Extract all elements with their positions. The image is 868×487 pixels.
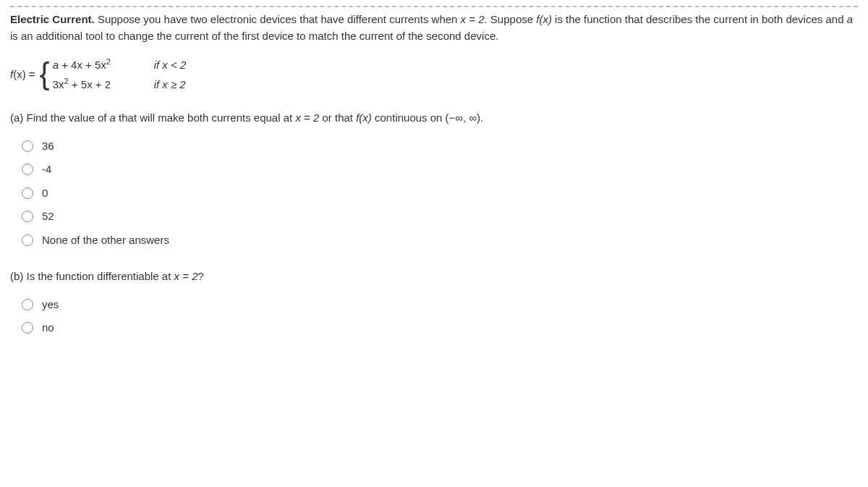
case-1-rest: + 4x + 5x <box>59 59 106 71</box>
case-1-cond-pre: if x <box>154 59 168 71</box>
option-a-1-label: -4 <box>42 161 51 178</box>
radio-icon[interactable] <box>22 299 33 310</box>
part-a-fx: f(x) <box>356 111 372 124</box>
intro-title: Electric Current. <box>10 13 95 25</box>
case-2-cond-pre: if x <box>154 78 168 90</box>
option-a-3[interactable]: 52 <box>22 208 858 225</box>
case-1-cond-op: < 2 <box>168 59 186 71</box>
part-a-a: a <box>110 111 116 124</box>
option-a-0-label: 36 <box>42 138 54 155</box>
case-1-exp: 2 <box>106 57 111 66</box>
intro-paragraph: Electric Current. Suppose you have two e… <box>10 12 858 44</box>
radio-icon[interactable] <box>22 164 33 175</box>
part-a-xeq: x = 2 <box>295 111 319 124</box>
intro-x-eq: x = 2 <box>461 13 485 25</box>
intro-text-2: . Suppose <box>485 13 537 25</box>
radio-icon[interactable] <box>22 140 33 152</box>
part-b-tail: ? <box>197 270 203 282</box>
part-a-options: 36 -4 0 52 None of the other answers <box>22 138 858 249</box>
option-b-1[interactable]: no <box>22 320 858 336</box>
intro-text-3: is the function that describes the curre… <box>552 13 847 25</box>
part-a-mid1: that will make both currents equal at <box>116 111 295 124</box>
case-2-expr: 3x2 + 5x + 2 <box>53 77 154 93</box>
piecewise-lhs: f(x) = <box>10 67 35 83</box>
case-1-cond: if x < 2 <box>154 57 187 74</box>
intro-fx: f(x) <box>536 13 552 25</box>
piecewise-cases: a + 4x + 5x2 if x < 2 3x2 + 5x + 2 if x … <box>53 57 187 93</box>
piecewise-x-eq: (x) = <box>13 68 35 80</box>
option-a-4-label: None of the other answers <box>42 232 169 249</box>
part-b-options: yes no <box>22 297 858 336</box>
part-a-mid2: or that <box>319 111 356 124</box>
part-b-label: (b) Is the function differentiable at <box>10 270 174 282</box>
intro-a: a <box>847 13 853 25</box>
option-a-2-label: 0 <box>42 185 48 202</box>
intro-text-1: Suppose you have two electronic devices … <box>95 13 461 25</box>
radio-icon[interactable] <box>22 187 33 199</box>
part-a-tail: continuous on (−∞, ∞). <box>372 111 483 124</box>
option-a-2[interactable]: 0 <box>22 185 858 202</box>
case-1-expr: a + 4x + 5x2 <box>53 57 154 74</box>
radio-icon[interactable] <box>22 234 33 246</box>
piecewise-function: f(x) = { a + 4x + 5x2 if x < 2 3x2 + 5x … <box>10 57 858 93</box>
radio-icon[interactable] <box>22 322 33 334</box>
part-b-xeq: x = 2 <box>174 270 198 282</box>
part-b-question: (b) Is the function differentiable at x … <box>10 268 858 285</box>
option-b-1-label: no <box>42 320 54 336</box>
problem-container: Electric Current. Suppose you have two e… <box>10 6 858 336</box>
part-a-label: (a) Find the value of <box>10 111 110 124</box>
case-1-a: a <box>53 59 59 71</box>
case-1: a + 4x + 5x2 if x < 2 <box>53 57 187 74</box>
part-a-question: (a) Find the value of a that will make b… <box>10 110 858 127</box>
brace-icon: { <box>40 62 50 86</box>
option-b-0-label: yes <box>42 297 59 313</box>
case-2-cond-op: ≥ 2 <box>168 78 186 90</box>
option-a-4[interactable]: None of the other answers <box>22 232 858 249</box>
case-2: 3x2 + 5x + 2 if x ≥ 2 <box>53 77 187 93</box>
case-2-pre: 3x <box>53 78 64 90</box>
case-2-rest: + 5x + 2 <box>69 78 111 90</box>
option-a-0[interactable]: 36 <box>22 138 858 155</box>
intro-text-4: is an additional tool to change the curr… <box>10 30 498 42</box>
option-a-3-label: 52 <box>42 208 54 225</box>
option-a-1[interactable]: -4 <box>22 161 858 178</box>
radio-icon[interactable] <box>22 211 33 222</box>
option-b-0[interactable]: yes <box>22 297 858 313</box>
case-2-cond: if x ≥ 2 <box>154 77 186 93</box>
